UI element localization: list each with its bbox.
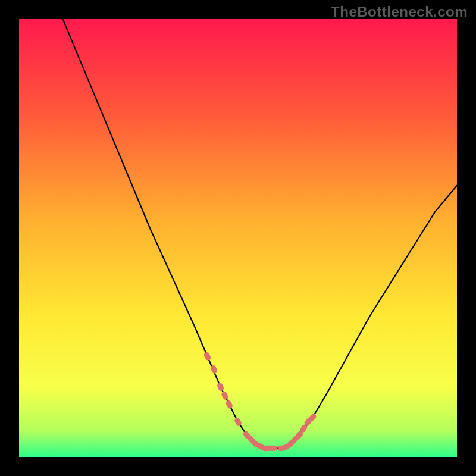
marker-point <box>269 446 277 451</box>
watermark-text: TheBottleneck.com <box>331 4 468 20</box>
chart-container: TheBottleneck.com <box>0 0 476 476</box>
gradient-bg <box>19 19 457 457</box>
plot-area <box>19 19 457 457</box>
chart-svg <box>19 19 457 457</box>
